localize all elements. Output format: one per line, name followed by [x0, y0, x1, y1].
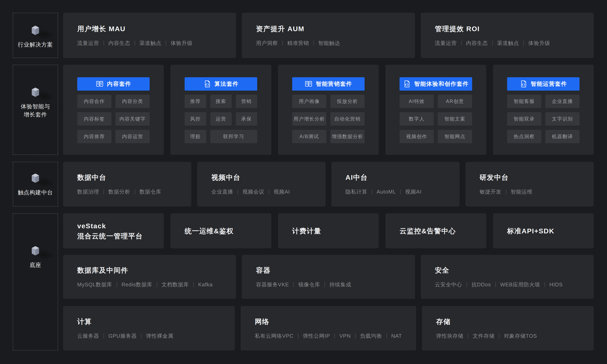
sidebar-label-line: 行业解决方案 — [13, 41, 58, 49]
chip-button[interactable]: 文字识别 — [545, 112, 580, 126]
tag-label: 视频AI — [273, 188, 290, 195]
sidebar-group-label: 体验智能与增长套件 — [13, 103, 58, 119]
card-tags: 流量运营内容生态渠道触点体验升级 — [435, 40, 580, 47]
card-tags: 云服务器GPU服务器弹性裸金属 — [77, 332, 220, 339]
suite-header-button[interactable]: 内容套件 — [77, 77, 150, 91]
chip-button[interactable]: 风控 — [185, 112, 206, 126]
suite-chips: AI特效AR创意数字人智能文案视频创作智能网点 — [400, 95, 472, 143]
infra-card: 容器容器服务VKE镜像仓库持续集成 — [242, 255, 415, 299]
tag-separator — [467, 282, 467, 287]
chip-button[interactable]: 数字人 — [400, 112, 434, 126]
tag-separator — [524, 41, 524, 46]
sidebar-group-content: 行业解决方案 — [13, 25, 58, 49]
chip-button[interactable]: 推荐 — [185, 95, 206, 108]
card-title: 视频中台 — [211, 173, 311, 182]
chip-button[interactable]: 内容关键字 — [116, 112, 150, 126]
solution-card: 管理提效 ROI流量运营内容生态渠道触点体验升级 — [421, 13, 594, 58]
chip-button[interactable]: 内容分类 — [116, 95, 150, 108]
tag-label: 数据治理 — [77, 188, 99, 195]
chip-button[interactable]: 用户增长分析 — [292, 112, 326, 126]
suite-card: 智能体验和创作套件AI特效AR创意数字人智能文案视频创作智能网点 — [385, 65, 486, 155]
suite-header-button[interactable]: 智能体验和创作套件 — [400, 77, 472, 91]
chip-button[interactable]: 运营 — [210, 112, 232, 126]
middle-platform-card: AI中台隐私计算AutoML视频AI — [331, 162, 460, 207]
card-tags: 流量运营内容生态渠道触点体验升级 — [77, 40, 222, 47]
tag-separator — [506, 190, 506, 194]
chip-button[interactable]: 智能文案 — [438, 112, 472, 126]
chip-button[interactable]: 内容标签 — [77, 112, 111, 126]
tag-separator — [157, 282, 157, 287]
tag-separator — [313, 41, 314, 46]
chip-button[interactable]: A/B测试 — [292, 130, 326, 143]
chip-button[interactable]: 营销 — [236, 95, 257, 108]
chip-button[interactable]: 联邦学习 — [210, 130, 257, 143]
chip-button[interactable]: 承保 — [236, 112, 257, 126]
infra-card: 安全云安全中心抗DDosWEB应用防火墙HIDS — [421, 255, 594, 299]
tag-label: 内容生态 — [108, 40, 130, 47]
chip-button[interactable]: 理赔 — [185, 130, 206, 143]
chip-button[interactable]: 内容合作 — [77, 95, 111, 108]
tag-separator — [135, 190, 135, 194]
tag-label: 流量运营 — [435, 40, 457, 47]
chip-button[interactable]: 内容运营 — [116, 130, 150, 143]
chip-button[interactable]: 热点洞察 — [507, 130, 541, 143]
chip-button[interactable]: 自动化营销 — [330, 112, 364, 126]
chip-button[interactable]: AR创意 — [438, 95, 472, 108]
solution-card: 资产提升 AUM用户洞察精准营销智能触达 — [242, 13, 415, 58]
tag-label: 数据仓库 — [140, 188, 161, 195]
card-title: 研发中台 — [480, 173, 580, 182]
tag-label: 渠道触点 — [497, 40, 519, 47]
card-tags: MySQL数据库Redis数据库文档数据库Kafka — [77, 281, 222, 288]
chip-button[interactable]: 内容推荐 — [77, 130, 111, 143]
suite-title: 智能体验和创作套件 — [414, 80, 469, 88]
chip-button[interactable]: 智能客服 — [507, 95, 541, 108]
base-service-card: veStack混合云统一管理平台 — [63, 213, 164, 248]
tag-separator — [269, 190, 269, 194]
card-tags: 云安全中心抗DDosWEB应用防火墙HIDS — [435, 281, 580, 288]
suite-header-button[interactable]: 智能运营套件 — [507, 77, 580, 91]
tag-label: 持续集成 — [329, 281, 351, 288]
base-service-card: 标准API+SDK — [493, 213, 594, 248]
tag-label: 体验升级 — [171, 40, 193, 47]
cube-icon — [31, 173, 53, 186]
suite-chips: 用户画像投放分析用户增长分析自动化营销A/B测试增强数据分析 — [292, 95, 364, 143]
tag-label: 云服务器 — [77, 332, 99, 339]
tag-label: 私有云网络VPC — [255, 332, 293, 339]
tag-label: 用户洞察 — [256, 40, 278, 47]
card-tags: 容器服务VKE镜像仓库持续集成 — [256, 281, 400, 288]
chip-button[interactable]: 机器翻译 — [545, 130, 580, 143]
suite-header-button[interactable]: 算法套件 — [185, 77, 257, 91]
suite-card: 智能营销套件用户画像投放分析用户增长分析自动化营销A/B测试增强数据分析 — [278, 65, 379, 155]
code-file-icon — [403, 80, 411, 88]
sidebar-label-line: 增长套件 — [13, 111, 58, 119]
sidebar-label-line: 底座 — [13, 261, 58, 269]
chip-button[interactable]: 智能网点 — [438, 130, 472, 143]
chip-button[interactable]: 搜索 — [210, 95, 232, 108]
card-title: 存储 — [436, 317, 580, 326]
chip-button[interactable]: 企业直播 — [545, 95, 580, 108]
tag-label: 智能运维 — [511, 188, 533, 195]
open-book-icon — [305, 80, 313, 88]
suite-title: 智能运营套件 — [531, 80, 567, 88]
tag-separator — [544, 282, 545, 287]
tag-separator — [499, 334, 499, 338]
chip-button[interactable]: 投放分析 — [330, 95, 364, 108]
suite-card: 智能运营套件智能客服企业直播智能双录文字识别热点洞察机器翻译 — [493, 65, 594, 155]
tag-label: 弹性块存储 — [436, 332, 464, 339]
card-title: 计算 — [77, 317, 220, 326]
tag-separator — [387, 334, 387, 338]
chip-button[interactable]: 智能双录 — [507, 112, 541, 126]
card-title: AI中台 — [346, 173, 445, 182]
architecture-diagram: 行业解决方案 体验智能与增长套件 触点构建中台 底座 用户增长 MAU流量运营内… — [0, 0, 607, 364]
suite-header-button[interactable]: 智能营销套件 — [292, 77, 364, 91]
chip-button[interactable]: 用户画像 — [292, 95, 326, 108]
cube-icon — [31, 87, 53, 101]
sidebar-group-content: 体验智能与增长套件 — [13, 87, 58, 119]
card-title: 数据中台 — [77, 173, 177, 182]
sidebar-group-label: 行业解决方案 — [13, 41, 58, 49]
chip-button[interactable]: 视频创作 — [400, 130, 434, 143]
tag-separator — [461, 41, 462, 46]
chip-button[interactable]: 增强数据分析 — [330, 130, 364, 143]
chip-button[interactable]: AI特效 — [400, 95, 434, 108]
tag-label: 视频会议 — [243, 188, 264, 195]
